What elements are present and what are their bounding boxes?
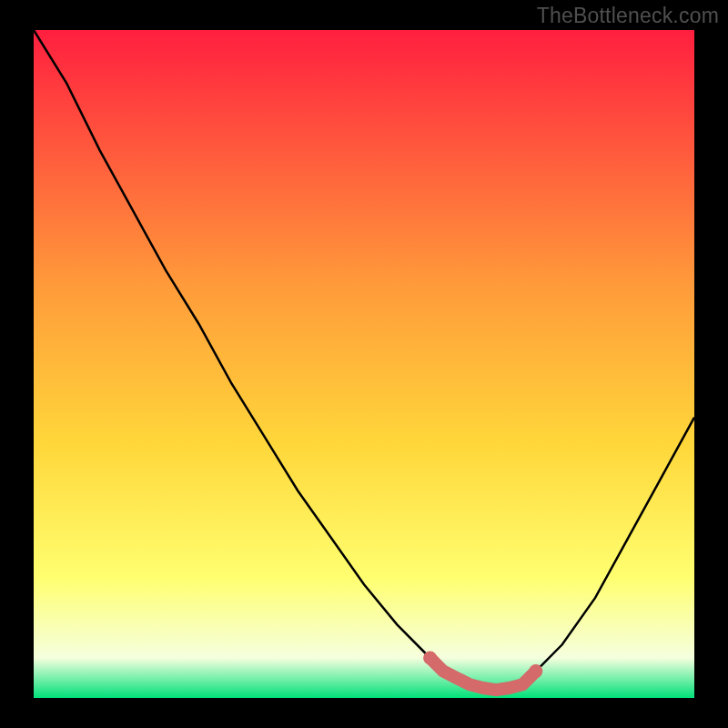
optimal-start-dot [423, 652, 437, 665]
bottleneck-chart [0, 0, 728, 728]
chart-stage: TheBottleneck.com [0, 0, 728, 728]
optimal-end-dot [529, 664, 542, 678]
watermark-label: TheBottleneck.com [537, 4, 719, 28]
